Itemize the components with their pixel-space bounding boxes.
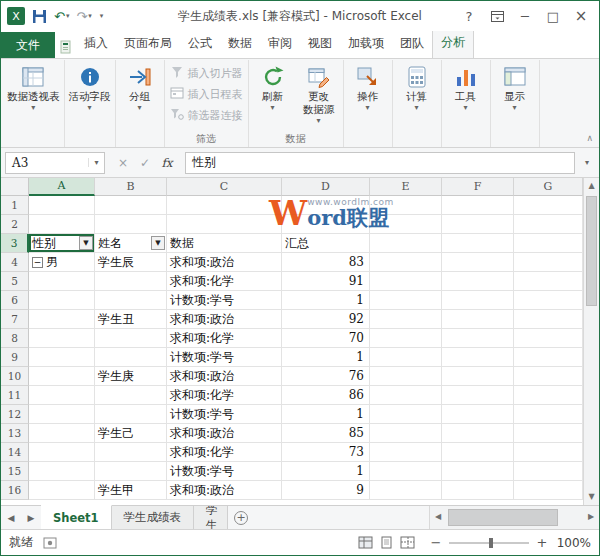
cancel-button[interactable]: ×	[113, 156, 133, 170]
cell-G7[interactable]	[514, 310, 583, 329]
cell-F6[interactable]	[442, 291, 514, 310]
cell-F10[interactable]	[442, 367, 514, 386]
scroll-down-icon[interactable]: ▼	[584, 489, 599, 505]
active-field-button[interactable]: 活动字段▾	[66, 60, 114, 132]
row-header-4[interactable]: 4	[1, 253, 29, 272]
cell-G2[interactable]	[514, 215, 583, 234]
cell-B7[interactable]: 学生丑	[95, 310, 167, 329]
vertical-scroll-track[interactable]	[584, 194, 599, 489]
tab-analyze[interactable]: 分析	[432, 29, 474, 58]
row-header-15[interactable]: 15	[1, 462, 29, 481]
cell-E1[interactable]	[370, 196, 442, 215]
name-box[interactable]: A3 ▾	[5, 152, 105, 174]
group-button[interactable]: 分组▾	[117, 60, 163, 132]
zoom-slider[interactable]	[449, 542, 529, 544]
cell-E6[interactable]	[370, 291, 442, 310]
sheet-tab-scores[interactable]: 学生成绩表	[112, 506, 195, 529]
cell-C16[interactable]: 求和项:政治	[167, 481, 282, 500]
row-header-1[interactable]: 1	[1, 196, 29, 215]
minimize-button[interactable]: ─	[511, 4, 539, 28]
undo-button[interactable]: ↶▾	[52, 8, 71, 25]
cell-G14[interactable]	[514, 443, 583, 462]
cell-B13[interactable]: 学生己	[95, 424, 167, 443]
cell-F1[interactable]	[442, 196, 514, 215]
vertical-scrollbar[interactable]: ▲ ▼	[583, 178, 599, 505]
tab-page-layout[interactable]: 页面布局	[116, 30, 180, 58]
cell-E2[interactable]	[370, 215, 442, 234]
row-header-13[interactable]: 13	[1, 424, 29, 443]
page-layout-view-button[interactable]	[379, 536, 394, 549]
insert-slicer-button[interactable]: 插入切片器	[166, 63, 247, 84]
cell-E12[interactable]	[370, 405, 442, 424]
tab-review[interactable]: 审阅	[260, 30, 300, 58]
cell-A15[interactable]	[29, 462, 95, 481]
ribbon-display-options-button[interactable]	[483, 4, 511, 28]
cell-B11[interactable]	[95, 386, 167, 405]
scroll-up-icon[interactable]: ▲	[584, 178, 599, 194]
cell-C12[interactable]: 计数项:学号	[167, 405, 282, 424]
cell-D7[interactable]: 92	[282, 310, 370, 329]
cell-B16[interactable]: 学生甲	[95, 481, 167, 500]
sheet-tab-truncated[interactable]: 学生	[194, 506, 228, 529]
cell-D5[interactable]: 91	[282, 272, 370, 291]
cell-B1[interactable]	[95, 196, 167, 215]
cell-E10[interactable]	[370, 367, 442, 386]
row-header-11[interactable]: 11	[1, 386, 29, 405]
zoom-out-button[interactable]: −	[429, 535, 443, 550]
maximize-button[interactable]: □	[539, 4, 567, 28]
pivottable-button[interactable]: 数据透视表▾	[4, 60, 63, 132]
cell-G16[interactable]	[514, 481, 583, 500]
cell-E5[interactable]	[370, 272, 442, 291]
row-header-10[interactable]: 10	[1, 367, 29, 386]
tab-view[interactable]: 视图	[300, 30, 340, 58]
cell-G1[interactable]	[514, 196, 583, 215]
cell-D12[interactable]: 1	[282, 405, 370, 424]
cell-D13[interactable]: 85	[282, 424, 370, 443]
cell-B15[interactable]	[95, 462, 167, 481]
name-box-caret-icon[interactable]: ▾	[88, 158, 104, 167]
cell-C2[interactable]	[167, 215, 282, 234]
cell-G3[interactable]	[514, 234, 583, 253]
column-header-F[interactable]: F	[442, 178, 514, 196]
cell-D4[interactable]: 83	[282, 253, 370, 272]
row-header-2[interactable]: 2	[1, 215, 29, 234]
cell-E4[interactable]	[370, 253, 442, 272]
cell-F12[interactable]	[442, 405, 514, 424]
help-button[interactable]: ?	[455, 4, 483, 28]
redo-button[interactable]: ↷▾	[74, 8, 93, 25]
cell-F7[interactable]	[442, 310, 514, 329]
cell-E7[interactable]	[370, 310, 442, 329]
actions-button[interactable]: 操作▾	[345, 60, 391, 132]
cell-G8[interactable]	[514, 329, 583, 348]
cell-D14[interactable]: 73	[282, 443, 370, 462]
cell-D9[interactable]: 1	[282, 348, 370, 367]
vertical-scroll-thumb[interactable]	[586, 196, 597, 306]
calculations-button[interactable]: 计算▾	[394, 60, 440, 132]
cell-B5[interactable]	[95, 272, 167, 291]
cell-D10[interactable]: 76	[282, 367, 370, 386]
filter-connections-button[interactable]: 筛选器连接	[166, 105, 247, 126]
save-button[interactable]	[30, 8, 49, 25]
redo-caret-icon[interactable]: ▾	[88, 12, 92, 20]
cell-E13[interactable]	[370, 424, 442, 443]
filter-dropdown-icon[interactable]: ▼	[151, 236, 165, 250]
cell-B12[interactable]	[95, 405, 167, 424]
row-header-8[interactable]: 8	[1, 329, 29, 348]
tab-team[interactable]: 团队	[392, 30, 432, 58]
cell-D6[interactable]: 1	[282, 291, 370, 310]
tab-insert[interactable]: 插入	[76, 30, 116, 58]
insert-timeline-button[interactable]: 插入日程表	[166, 84, 247, 105]
cell-E16[interactable]	[370, 481, 442, 500]
cell-C10[interactable]: 求和项:政治	[167, 367, 282, 386]
cell-C11[interactable]: 求和项:化学	[167, 386, 282, 405]
zoom-in-button[interactable]: +	[535, 535, 549, 550]
row-header-7[interactable]: 7	[1, 310, 29, 329]
cell-G15[interactable]	[514, 462, 583, 481]
cell-B10[interactable]: 学生庚	[95, 367, 167, 386]
customize-qat-button[interactable]: ▾	[97, 11, 106, 21]
tab-add-ins[interactable]: 加载项	[340, 30, 392, 58]
cell-A1[interactable]	[29, 196, 95, 215]
cell-C4[interactable]: 求和项:政治	[167, 253, 282, 272]
cell-C8[interactable]: 求和项:化学	[167, 329, 282, 348]
cell-B3[interactable]: 姓名▼	[95, 234, 167, 253]
